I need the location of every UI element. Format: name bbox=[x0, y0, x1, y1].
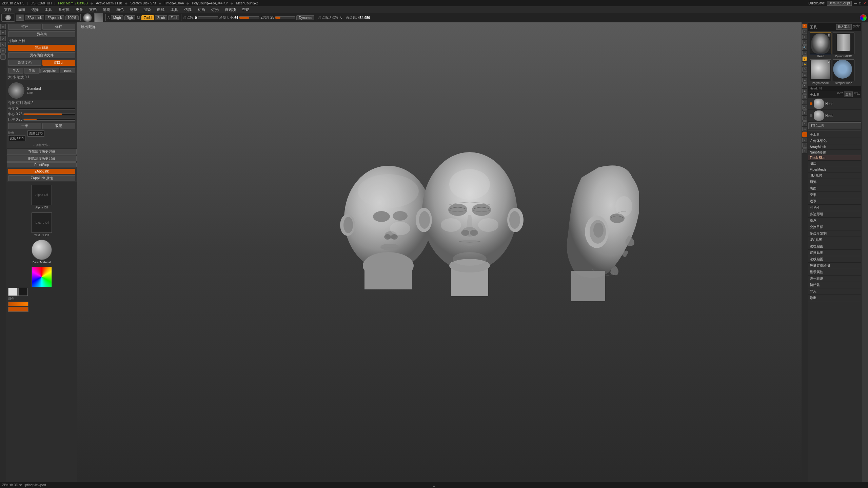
rgb-wheel[interactable] bbox=[860, 14, 867, 21]
list-texture[interactable]: 纹理贴图 bbox=[808, 243, 861, 250]
heads-container[interactable] bbox=[77, 22, 862, 482]
height-input[interactable]: 高度 1273 bbox=[27, 130, 45, 137]
bt-smooth[interactable]: ~ bbox=[0, 54, 6, 60]
menu-item-help[interactable]: 帮助 bbox=[239, 6, 252, 13]
rzt-visibility[interactable]: ◉ bbox=[802, 89, 807, 94]
save-as-button[interactable]: 另存为 bbox=[8, 31, 75, 37]
maximize-icon[interactable]: □ bbox=[859, 1, 861, 5]
resize-label[interactable]: ←调整大小→ bbox=[7, 142, 77, 148]
history-save-button[interactable]: 存储深度历史记录 bbox=[7, 149, 77, 155]
zadd-button[interactable]: Zadd bbox=[141, 15, 154, 20]
mrgb-button[interactable]: Mrgb bbox=[111, 15, 123, 20]
default-zscript-label[interactable]: DefaultZScript bbox=[827, 1, 852, 6]
menu-item-color[interactable]: 颜色 bbox=[114, 6, 126, 13]
list-export[interactable]: 导出 bbox=[808, 295, 861, 301]
list-connect[interactable]: 联系 bbox=[808, 218, 861, 224]
rzt-display[interactable]: ◎ bbox=[802, 127, 807, 131]
list-display[interactable]: 显示属性 bbox=[808, 269, 861, 276]
list-arraymesh[interactable]: ArrayMesh bbox=[808, 144, 861, 150]
list-uv[interactable]: UV 贴图 bbox=[808, 237, 861, 243]
load-tool-button[interactable]: 载入工具 bbox=[836, 24, 852, 30]
rzt-normal[interactable]: N bbox=[802, 121, 807, 126]
color-wheel[interactable] bbox=[32, 267, 52, 287]
menu-item-geo[interactable]: 几何体 bbox=[56, 6, 72, 13]
menu-item-edit[interactable]: 编辑 bbox=[15, 6, 28, 13]
rzt-layers[interactable]: ☰ bbox=[802, 73, 807, 77]
print-tool-button[interactable]: 打印工具 bbox=[808, 122, 861, 129]
list-vector[interactable]: 矢量置换绘图 bbox=[808, 263, 861, 269]
export-canvas-button[interactable]: 导出截屏 bbox=[8, 45, 75, 51]
alpha-selector[interactable] bbox=[83, 13, 92, 22]
texture-preview[interactable]: Texture Off bbox=[32, 212, 52, 233]
zadd2-btn[interactable]: ZAppLink bbox=[40, 68, 59, 73]
list-polygroups[interactable]: 多边形组 bbox=[808, 211, 861, 218]
canvas-area[interactable]: 导出截屏 bbox=[77, 22, 862, 482]
rgb-button[interactable]: Rgb bbox=[124, 15, 135, 20]
autosave-button[interactable]: 另存为自动文件 bbox=[8, 52, 75, 58]
rzt-scale[interactable]: S bbox=[802, 40, 807, 45]
export-btn[interactable]: 导出 bbox=[24, 68, 39, 74]
rzt-polygroups[interactable]: ▤ bbox=[802, 94, 807, 99]
background-color[interactable] bbox=[18, 288, 28, 296]
rzt-init[interactable]: ↺ bbox=[802, 138, 807, 142]
bt-draw[interactable]: ✏ bbox=[0, 48, 6, 54]
rzt-texture[interactable]: T bbox=[802, 110, 807, 115]
rzt-lock[interactable]: 🔒 bbox=[802, 62, 807, 66]
list-visibility[interactable]: 可见性 bbox=[808, 205, 861, 211]
menu-item-light[interactable]: 灯光 bbox=[209, 6, 221, 13]
list-fibermesh[interactable]: FiberMesh bbox=[808, 167, 861, 172]
menu-item-more[interactable]: 更多 bbox=[73, 6, 86, 13]
double-sided-button[interactable]: 双层 bbox=[42, 123, 76, 129]
list-deform[interactable]: 变形 bbox=[808, 192, 861, 198]
zintensity-slider[interactable] bbox=[275, 16, 295, 19]
zcol-button[interactable]: Zcol bbox=[168, 15, 179, 20]
list-unified-skin[interactable]: 统一蒙皮 bbox=[808, 276, 861, 282]
menu-item-tools2[interactable]: 工具 bbox=[168, 6, 181, 13]
foreground-color[interactable] bbox=[8, 288, 18, 296]
subtool-head-2[interactable]: Head bbox=[808, 110, 861, 122]
rzt-settings[interactable]: ⚙ bbox=[802, 67, 807, 72]
history-delete-button[interactable]: 删除深度历史记录 bbox=[7, 156, 77, 162]
list-surface[interactable]: 表面 bbox=[808, 185, 861, 192]
menu-item-tool[interactable]: 工具 bbox=[42, 6, 55, 13]
bt-rotate[interactable]: ↻ bbox=[0, 42, 6, 47]
rzt-floor[interactable]: ▭ bbox=[802, 51, 807, 56]
list-morph[interactable]: 变换目标 bbox=[808, 224, 861, 230]
zapplink-button[interactable]: ZAppLink bbox=[8, 169, 75, 174]
minimize-icon[interactable]: — bbox=[854, 1, 857, 5]
intensity-slider[interactable] bbox=[19, 108, 75, 110]
width-input[interactable]: 宽度 2113 bbox=[8, 135, 25, 141]
list-initialize[interactable]: 初始化 bbox=[808, 282, 861, 288]
subtool-head-1[interactable]: Head bbox=[808, 98, 861, 110]
zsub-button[interactable]: Zsub bbox=[155, 15, 167, 20]
draw-button[interactable]: 画 bbox=[16, 15, 24, 21]
menu-item-brush[interactable]: 笔刷 bbox=[100, 6, 113, 13]
menu-item-material[interactable]: 材质 bbox=[127, 6, 140, 13]
perc-btn[interactable]: 100% bbox=[60, 68, 75, 73]
menu-item-doc[interactable]: 文档 bbox=[86, 6, 99, 13]
goz-all-button[interactable]: 全部 bbox=[844, 92, 853, 97]
alpha-preview[interactable]: Alpha Off bbox=[32, 185, 52, 205]
fill-color-button[interactable] bbox=[8, 307, 28, 312]
rzt-zoom[interactable]: 🔍 bbox=[802, 45, 807, 50]
list-geo[interactable]: 几何体细化 bbox=[808, 138, 861, 144]
rzt-xform[interactable]: ✦ bbox=[802, 83, 807, 88]
menu-item-anim[interactable]: 动画 bbox=[195, 6, 208, 13]
window-large-button[interactable]: 窗口大 bbox=[42, 60, 76, 66]
rzt-displacement[interactable]: D bbox=[802, 116, 807, 121]
switch-color-button[interactable] bbox=[8, 302, 28, 306]
quicksave-label[interactable]: QuickSave bbox=[808, 1, 825, 5]
list-thick-skin[interactable]: Thick Skin bbox=[808, 155, 861, 161]
tool-thumb-head-selected[interactable]: 2 Head bbox=[810, 33, 831, 58]
list-masking[interactable]: 遮罩 bbox=[808, 198, 861, 205]
list-preview[interactable]: 预览 bbox=[808, 179, 861, 185]
bt-standard[interactable]: S bbox=[0, 24, 6, 29]
import-btn[interactable]: 导入 bbox=[8, 68, 23, 74]
bt-scale[interactable]: ⤢ bbox=[0, 36, 6, 41]
tool-thumb-simplebrush[interactable]: SimpleBrush bbox=[833, 59, 854, 85]
list-import[interactable]: 导入 bbox=[808, 288, 861, 295]
rzt-orange[interactable] bbox=[802, 132, 807, 137]
drawsize-slider[interactable] bbox=[239, 16, 259, 19]
material-preview[interactable] bbox=[32, 240, 52, 260]
brush-preview[interactable] bbox=[8, 82, 24, 99]
